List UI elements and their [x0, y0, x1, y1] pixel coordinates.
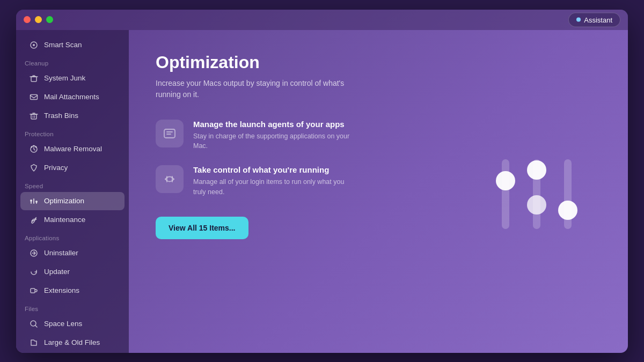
sidebar-item-label: Malware Removal [44, 145, 102, 153]
svg-rect-15 [164, 129, 175, 138]
sidebar-item-extensions[interactable]: Extensions [20, 282, 125, 300]
sidebar-item-label: Maintenance [44, 216, 85, 224]
section-label-protection: Protection [16, 125, 129, 139]
svg-point-21 [558, 201, 577, 220]
page-subtitle: Increase your Macs output by staying in … [156, 78, 349, 100]
svg-point-1 [33, 44, 35, 46]
extensions-icon [29, 286, 39, 295]
system-junk-icon [29, 73, 39, 83]
svg-point-10 [35, 201, 38, 203]
large-files-icon [29, 338, 39, 348]
sidebar-item-label: Extensions [44, 286, 79, 294]
sidebar-item-label: Updater [44, 268, 70, 276]
maximize-button[interactable] [46, 16, 53, 23]
svg-rect-2 [31, 77, 36, 82]
main-area: Smart Scan Cleanup System Junk [16, 30, 628, 353]
page-title: Optimization [156, 53, 601, 72]
hero-illustration [462, 116, 612, 267]
sidebar-item-maintenance[interactable]: Maintenance [20, 211, 125, 229]
sidebar-item-smart-scan[interactable]: Smart Scan [20, 36, 125, 54]
privacy-icon [29, 163, 39, 173]
sidebar-item-updater[interactable]: Updater [20, 263, 125, 281]
section-label-files: Files [16, 300, 129, 314]
svg-point-17 [496, 171, 515, 190]
sidebar-item-label: Optimization [44, 197, 84, 205]
updater-icon [29, 267, 39, 277]
svg-point-8 [33, 145, 35, 146]
sidebar-item-label: Trash Bins [44, 112, 78, 120]
feature-desc-1: Stay in charge of the supporting applica… [193, 131, 354, 152]
space-lens-icon [29, 319, 39, 329]
sidebar-item-label: Mail Attachments [44, 93, 99, 101]
uninstaller-icon [29, 248, 39, 258]
feature-desc-2: Manage all of your login items to run on… [193, 177, 354, 197]
sidebar-item-label: Large & Old Files [44, 338, 100, 346]
feature-title-1: Manage the launch agents of your apps [193, 120, 354, 129]
svg-point-6 [35, 146, 37, 147]
sidebar-item-shredder[interactable]: Shredder [20, 352, 125, 353]
sidebar-item-label: Smart Scan [44, 41, 82, 49]
titlebar: Assistant [16, 10, 628, 30]
sidebar-item-label: Privacy [44, 164, 68, 172]
sidebar-item-privacy[interactable]: Privacy [20, 159, 125, 177]
assistant-label: Assistant [584, 16, 612, 24]
malware-icon [29, 144, 39, 154]
feature-text-2: Take control of what you're running Mana… [193, 165, 354, 197]
smart-scan-icon [29, 40, 39, 50]
app-window: Assistant Smart Scan Cleanup [16, 10, 628, 353]
assistant-button[interactable]: Assistant [568, 12, 620, 27]
optimization-icon [29, 196, 39, 206]
sidebar-item-label: System Junk [44, 74, 85, 82]
sidebar-item-large-old-files[interactable]: Large & Old Files [20, 334, 125, 352]
view-all-button[interactable]: View All 15 Items... [156, 217, 248, 239]
sidebar-item-label: Space Lens [44, 320, 82, 328]
sidebar-item-uninstaller[interactable]: Uninstaller [20, 244, 125, 262]
svg-point-9 [30, 200, 32, 202]
section-label-cleanup: Cleanup [16, 55, 129, 69]
sidebar-item-space-lens[interactable]: Space Lens [20, 315, 125, 333]
feature-icon-launch-agents [156, 120, 184, 147]
minimize-button[interactable] [35, 16, 42, 23]
svg-point-22 [527, 195, 546, 215]
assistant-dot [576, 18, 581, 22]
content-area: Optimization Increase your Macs output b… [129, 30, 628, 353]
feature-text-1: Manage the launch agents of your apps St… [193, 120, 354, 152]
hero-circle [462, 116, 612, 267]
sidebar-item-mail-attachments[interactable]: Mail Attachments [20, 88, 125, 106]
sidebar-item-malware-removal[interactable]: Malware Removal [20, 140, 125, 158]
svg-point-7 [31, 146, 33, 147]
feature-icon-login-items [156, 165, 184, 193]
svg-rect-3 [31, 94, 38, 99]
trash-icon [29, 111, 39, 121]
close-button[interactable] [24, 16, 31, 23]
section-label-applications: Applications [16, 230, 129, 243]
maintenance-icon [29, 215, 39, 225]
svg-rect-12 [31, 289, 35, 293]
traffic-lights [24, 16, 53, 23]
section-label-speed: Speed [16, 178, 129, 191]
feature-title-2: Take control of what you're running [193, 165, 354, 174]
sidebar-item-optimization[interactable]: Optimization [20, 192, 125, 210]
mail-icon [29, 92, 39, 102]
sidebar-item-trash-bins[interactable]: Trash Bins [20, 107, 125, 125]
sidebar-item-system-junk[interactable]: System Junk [20, 69, 125, 87]
svg-point-19 [527, 160, 546, 180]
svg-rect-4 [31, 114, 36, 119]
sidebar-item-label: Uninstaller [44, 249, 78, 257]
sidebar: Smart Scan Cleanup System Junk [16, 30, 129, 353]
svg-rect-16 [502, 159, 509, 229]
